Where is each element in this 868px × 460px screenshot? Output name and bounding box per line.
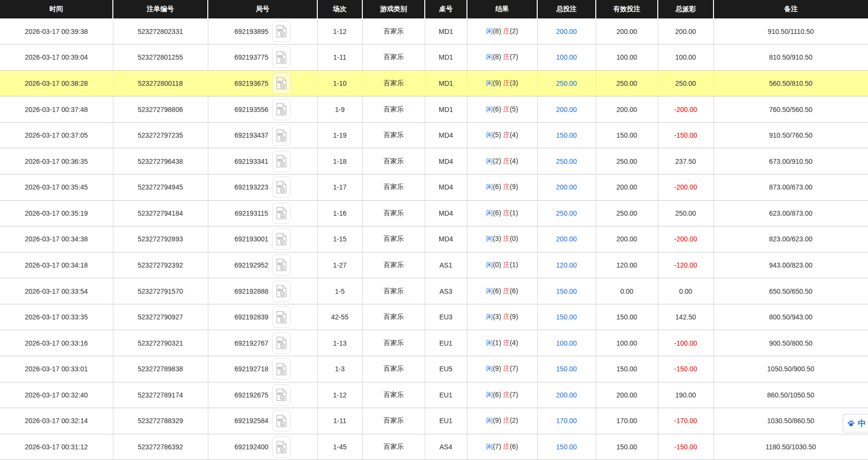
cell-bet-id: 523272792392 xyxy=(113,252,208,278)
cell-bet-id: 523272796438 xyxy=(113,148,208,174)
cell-time: 2026-03-17 00:39:38 xyxy=(0,18,113,45)
cell-valid-bet: 170.00 xyxy=(596,408,658,434)
player-score: (9) xyxy=(493,416,503,424)
table-row[interactable]: 2026-03-17 00:35:19 523272794184 6921931… xyxy=(0,200,868,226)
translate-widget[interactable]: 中 xyxy=(843,414,868,432)
video-replay-button[interactable] xyxy=(272,281,291,302)
cell-game-type: 百家乐 xyxy=(362,304,425,330)
video-replay-icon xyxy=(276,363,287,376)
cell-total-bet[interactable]: 100.00 xyxy=(537,330,596,356)
banker-result-label: 庄 xyxy=(503,27,510,35)
player-result-label: 闲 xyxy=(486,391,493,398)
cell-valid-bet: 250.00 xyxy=(596,148,658,174)
round-number: 692193115 xyxy=(234,209,268,217)
cell-round-no: 692192584 xyxy=(208,408,317,434)
player-score: (1) xyxy=(493,339,503,347)
banker-result-label: 庄 xyxy=(503,261,510,269)
cell-result: 闲(9) 庄(3) xyxy=(467,70,537,96)
cell-bet-id: 523272797235 xyxy=(113,122,208,148)
table-row[interactable]: 2026-03-17 00:33:35 523272790927 6921928… xyxy=(0,304,868,330)
video-replay-icon xyxy=(276,258,287,271)
table-row[interactable]: 2026-03-17 00:33:16 523272790321 6921927… xyxy=(0,330,868,356)
video-replay-button[interactable] xyxy=(272,410,291,431)
cell-game-type: 百家乐 xyxy=(362,226,425,253)
banker-score: (7) xyxy=(510,391,518,398)
table-row[interactable]: 2026-03-17 00:35:45 523272794945 6921932… xyxy=(0,174,868,200)
table-row[interactable]: 2026-03-17 00:34:38 523272792893 6921930… xyxy=(0,226,868,253)
cell-total-bet[interactable]: 200.00 xyxy=(537,174,596,200)
table-row[interactable]: 2026-03-17 00:32:40 523272789174 6921926… xyxy=(0,382,868,408)
table-row[interactable]: 2026-03-17 00:39:04 523272801255 6921937… xyxy=(0,45,868,71)
banker-result-label: 庄 xyxy=(503,416,510,424)
cell-total-bet[interactable]: 100.00 xyxy=(537,45,596,71)
video-replay-button[interactable] xyxy=(272,73,291,94)
col-header-time: 时间 xyxy=(0,0,113,18)
video-replay-button[interactable] xyxy=(272,125,291,146)
cell-total-bet[interactable]: 150.00 xyxy=(537,434,596,460)
cell-remark: 1050.50/900.50 xyxy=(713,356,868,382)
cell-total-bet[interactable]: 200.00 xyxy=(537,96,596,123)
cell-remark: 860.50/1050.50 xyxy=(713,382,868,408)
video-replay-button[interactable] xyxy=(272,203,291,224)
video-replay-button[interactable] xyxy=(272,436,291,458)
video-replay-button[interactable] xyxy=(272,99,291,120)
cell-total-bet[interactable]: 150.00 xyxy=(537,278,596,304)
cell-bet-id: 523272794945 xyxy=(113,174,208,200)
cell-round-no: 692193675 xyxy=(208,70,317,96)
round-number: 692193895 xyxy=(234,28,268,35)
table-row[interactable]: 2026-03-17 00:33:54 523272791570 6921928… xyxy=(0,278,868,304)
cell-table-no: AS4 xyxy=(425,434,467,460)
cell-total-bet[interactable]: 200.00 xyxy=(537,18,596,45)
table-row[interactable]: 2026-03-17 00:37:48 523272798806 6921935… xyxy=(0,96,868,123)
table-row[interactable]: 2026-03-17 00:32:14 523272788329 6921925… xyxy=(0,408,868,434)
video-replay-button[interactable] xyxy=(272,358,291,380)
cell-valid-bet: 200.00 xyxy=(596,382,658,408)
cell-session: 1-11 xyxy=(317,45,362,71)
player-result-label: 闲 xyxy=(486,79,493,87)
video-replay-icon xyxy=(276,129,287,142)
cell-time: 2026-03-17 00:36:35 xyxy=(0,148,113,174)
video-replay-button[interactable] xyxy=(272,333,291,354)
cell-total-bet[interactable]: 200.00 xyxy=(537,382,596,408)
cell-session: 1-16 xyxy=(317,200,362,226)
table-row[interactable]: 2026-03-17 00:33:01 523272789838 6921927… xyxy=(0,356,868,382)
cell-valid-bet: 100.00 xyxy=(596,45,658,71)
player-score: (3) xyxy=(493,313,503,320)
cell-session: 1-18 xyxy=(317,148,362,174)
video-replay-button[interactable] xyxy=(272,21,291,42)
cell-total-bet[interactable]: 150.00 xyxy=(537,304,596,330)
cell-result: 闲(8) 庄(2) xyxy=(467,18,537,45)
round-number: 692192400 xyxy=(234,443,268,451)
cell-total-bet[interactable]: 200.00 xyxy=(537,226,596,253)
video-replay-button[interactable] xyxy=(272,384,291,406)
cell-valid-bet: 0.00 xyxy=(596,278,658,304)
table-row[interactable]: 2026-03-17 00:31:12 523272786392 6921924… xyxy=(0,434,868,460)
table-row[interactable]: 2026-03-17 00:37:05 523272797235 6921934… xyxy=(0,122,868,148)
cell-total-bet[interactable]: 150.00 xyxy=(537,122,596,148)
cell-session: 1-45 xyxy=(317,434,362,460)
cell-total-bet[interactable]: 120.00 xyxy=(537,252,596,278)
cell-total-bet[interactable]: 170.00 xyxy=(537,408,596,434)
cell-total-bet[interactable]: 250.00 xyxy=(537,200,596,226)
table-row[interactable]: 2026-03-17 00:38:28 523272800118 6921936… xyxy=(0,70,868,96)
video-replay-button[interactable] xyxy=(272,254,291,276)
cell-round-no: 692193775 xyxy=(208,45,317,71)
table-row[interactable]: 2026-03-17 00:34:18 523272792392 6921929… xyxy=(0,252,868,278)
video-replay-button[interactable] xyxy=(272,47,291,68)
video-replay-button[interactable] xyxy=(272,228,291,250)
cell-total-bet[interactable]: 250.00 xyxy=(537,70,596,96)
cell-valid-bet: 200.00 xyxy=(596,18,658,45)
cell-total-bet[interactable]: 250.00 xyxy=(537,148,596,174)
video-replay-button[interactable] xyxy=(272,306,291,328)
table-row[interactable]: 2026-03-17 00:39:38 523272802331 6921938… xyxy=(0,18,868,45)
banker-score: (4) xyxy=(510,131,518,139)
cell-game-type: 百家乐 xyxy=(362,174,425,200)
video-replay-icon xyxy=(276,285,287,298)
cell-total-bet[interactable]: 150.00 xyxy=(537,356,596,382)
round-number: 692192767 xyxy=(234,339,268,347)
video-replay-button[interactable] xyxy=(272,176,291,198)
table-row[interactable]: 2026-03-17 00:36:35 523272796438 6921933… xyxy=(0,148,868,174)
banker-score: (5) xyxy=(510,105,518,113)
video-replay-button[interactable] xyxy=(272,151,291,172)
cell-result: 闲(7) 庄(6) xyxy=(467,434,537,460)
